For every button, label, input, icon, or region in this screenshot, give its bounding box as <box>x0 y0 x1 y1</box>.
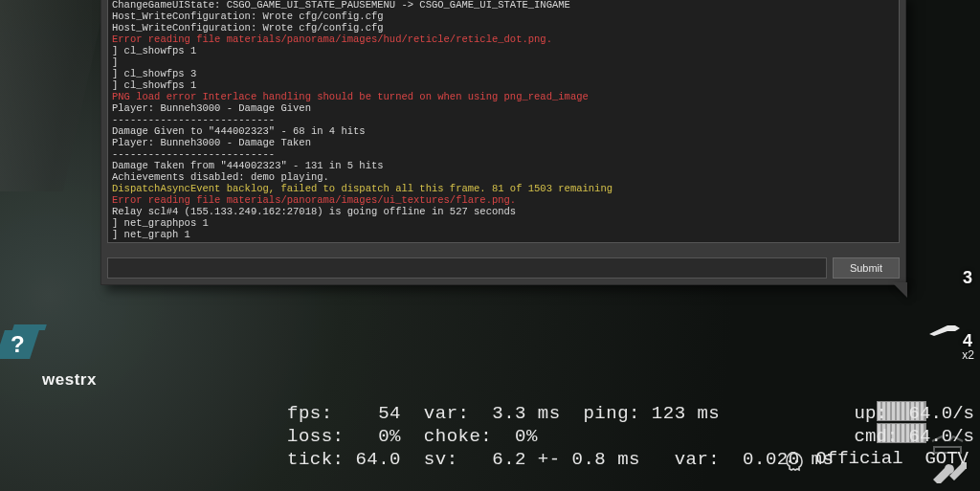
console-submit-button[interactable]: Submit <box>833 257 900 279</box>
netgraph-tick-row: tick: 64.0 sv: 6.2 +- 0.8 ms var: 0.020 … <box>287 448 834 471</box>
console-line: ] net_graphpos 1 <box>112 217 895 229</box>
console-line: Player: Bunneh3000 - Damage Given <box>112 102 895 114</box>
console-input[interactable] <box>107 257 827 279</box>
console-line: Error reading file materials/panorama/im… <box>112 194 895 206</box>
netgraph-loss-row: loss: 0% choke: 0% <box>287 425 834 448</box>
console-line: Damage Taken from "444002323" - 131 in 5… <box>112 160 895 171</box>
console-output: ChangeGameUIState: CSGO_GAME_UI_STATE_IN… <box>107 0 900 243</box>
skull-icon <box>783 452 804 473</box>
netgraph-fps-row: fps: 54 var: 3.3 ms ping: 123 ms <box>287 402 834 425</box>
spectator-avatar-glyph: ? <box>11 331 25 358</box>
spectator-name: westrx <box>42 370 97 390</box>
console-line: Host_WriteConfiguration: Wrote cfg/confi… <box>112 11 895 22</box>
wrench-icon <box>930 462 967 483</box>
defuser-icon <box>930 434 965 455</box>
developer-console: ChangeGameUIState: CSGO_GAME_UI_STATE_IN… <box>100 0 906 285</box>
console-line: Host_WriteConfiguration: Wrote cfg/confi… <box>112 22 895 33</box>
knife-icon <box>928 322 961 337</box>
netgraph-left: fps: 54 var: 3.3 ms ping: 123 ms loss: 0… <box>287 402 834 471</box>
console-line: --------------------------- <box>112 148 895 160</box>
svg-point-1 <box>795 459 798 462</box>
console-line: ] cl_showfps 1 <box>112 79 895 91</box>
console-line: Error reading file materials/panorama/im… <box>112 33 895 45</box>
console-tail-decoration <box>892 282 907 298</box>
console-line: Relay scl#4 (155.133.249.162:27018) is g… <box>112 206 895 217</box>
console-line: PNG load error Interlace handling should… <box>112 91 895 102</box>
grenade-count: x2 <box>962 348 974 362</box>
console-line: ] cl_showfps 1 <box>112 45 895 56</box>
console-line: Achievements disabled: demo playing. <box>112 171 895 183</box>
console-line: Damage Given to "444002323" - 68 in 4 hi… <box>112 125 895 137</box>
console-line: ChangeGameUIState: CSGO_GAME_UI_STATE_PA… <box>112 0 895 11</box>
weapon-slot-3-number: 3 <box>963 268 972 288</box>
svg-point-0 <box>789 459 791 462</box>
console-line: ] cl_showfps 3 <box>112 68 895 79</box>
console-line: ] net_graph 1 <box>112 229 895 240</box>
console-line: --------------------------- <box>112 114 895 125</box>
netgraph-up-row: up: 64.0/s <box>855 402 974 425</box>
console-input-row: Submit <box>107 257 900 279</box>
console-line: Player: Bunneh3000 - Damage Taken <box>112 137 895 148</box>
console-line: DispatchAsyncEvent backlog, failed to di… <box>112 183 895 194</box>
console-line: ] <box>112 56 895 68</box>
